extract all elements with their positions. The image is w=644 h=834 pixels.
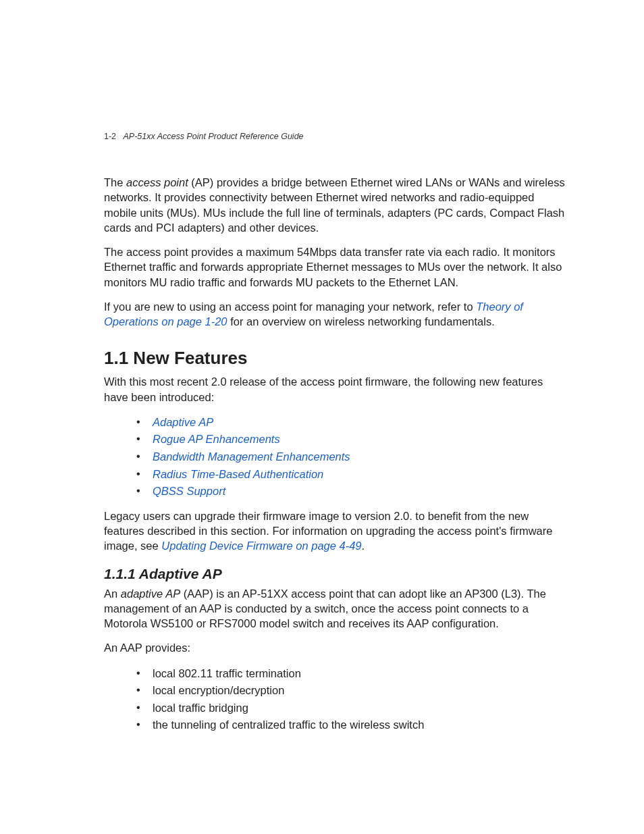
link-adaptive-ap[interactable]: Adaptive AP <box>153 416 213 428</box>
text: . <box>362 540 365 552</box>
list-item: the tunneling of centralized traffic to … <box>136 716 570 734</box>
intro-paragraph-3: If you are new to using an access point … <box>104 299 570 330</box>
legacy-upgrade-paragraph: Legacy users can upgrade their firmware … <box>104 509 570 554</box>
list-item: local 802.11 traffic termination <box>136 665 570 683</box>
text: local traffic bridging <box>153 702 248 714</box>
aap-provides-list: local 802.11 traffic termination local e… <box>104 665 570 734</box>
list-item: Bandwidth Management Enhancements <box>136 448 570 466</box>
text: local 802.11 traffic termination <box>153 667 301 679</box>
list-item: Radius Time-Based Authentication <box>136 466 570 484</box>
text: for an overview on wireless networking f… <box>227 315 495 328</box>
text: local encryption/decryption <box>153 684 284 696</box>
term-access-point: access point <box>126 176 188 188</box>
list-item: QBSS Support <box>136 483 570 500</box>
link-rogue-ap[interactable]: Rogue AP Enhancements <box>153 433 280 445</box>
page-number: 1-2 <box>104 132 116 141</box>
document-page: 1-2 AP-51xx Access Point Product Referen… <box>0 0 644 734</box>
text: the tunneling of centralized traffic to … <box>153 719 424 731</box>
feature-list: Adaptive AP Rogue AP Enhancements Bandwi… <box>104 414 570 500</box>
list-item: Adaptive AP <box>136 414 570 432</box>
link-qbss-support[interactable]: QBSS Support <box>153 485 225 497</box>
term-adaptive-ap: adaptive AP <box>121 588 180 600</box>
new-features-lead: With this most recent 2.0 release of the… <box>104 374 570 405</box>
list-item: Rogue AP Enhancements <box>136 431 570 448</box>
list-item: local encryption/decryption <box>136 682 570 700</box>
text: If you are new to using an access point … <box>104 301 476 313</box>
adaptive-ap-paragraph-1: An adaptive AP (AAP) is an AP-51XX acces… <box>104 586 570 631</box>
text: The <box>104 176 126 188</box>
text: An <box>104 588 121 600</box>
running-header: 1-2 AP-51xx Access Point Product Referen… <box>104 132 570 141</box>
header-title: AP-51xx Access Point Product Reference G… <box>124 132 304 141</box>
link-updating-firmware[interactable]: Updating Device Firmware on page 4-49 <box>161 540 361 552</box>
adaptive-ap-paragraph-2: An AAP provides: <box>104 640 570 655</box>
link-bandwidth-mgmt[interactable]: Bandwidth Management Enhancements <box>153 450 350 463</box>
list-item: local traffic bridging <box>136 700 570 717</box>
heading-new-features: 1.1 New Features <box>104 348 570 369</box>
intro-paragraph-2: The access point provides a maximum 54Mb… <box>104 244 570 290</box>
heading-adaptive-ap: 1.1.1 Adaptive AP <box>104 566 570 582</box>
intro-paragraph-1: The access point (AP) provides a bridge … <box>104 175 570 235</box>
link-radius-auth[interactable]: Radius Time-Based Authentication <box>153 468 323 480</box>
